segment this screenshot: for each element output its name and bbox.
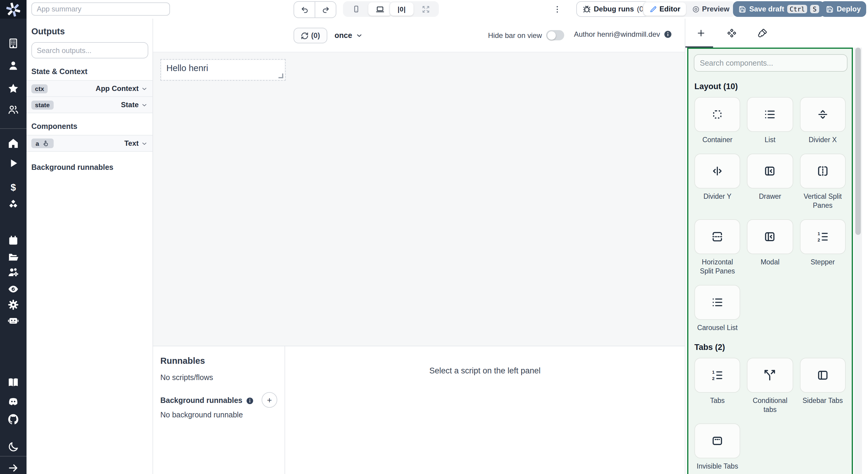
preview-label: Preview — [702, 5, 730, 13]
text-component-value: Hello henri — [166, 63, 208, 73]
tab-styling[interactable] — [747, 19, 778, 47]
canvas-grid[interactable]: Hello henri — [153, 52, 685, 346]
components-heading: Components — [31, 122, 148, 131]
component-card-divider-y[interactable]: Divider Y — [694, 154, 741, 210]
component-card-list[interactable]: List — [747, 97, 793, 144]
component-card-horizontal-split-panes[interactable]: Horizontal Split Panes — [694, 219, 741, 276]
component-card-label: Invisible Tabs — [694, 462, 741, 471]
tab-component-settings[interactable] — [716, 19, 747, 47]
component-card-invisible-tabs[interactable]: Invisible Tabs — [694, 423, 741, 471]
arrow-right-icon[interactable] — [7, 462, 19, 474]
user-icon[interactable] — [7, 60, 19, 72]
search-components-input[interactable] — [694, 54, 847, 72]
list-icon — [747, 97, 793, 132]
save-icon — [826, 5, 834, 13]
folder-icon[interactable] — [7, 251, 19, 263]
component-card-sidebar-tabs[interactable]: Sidebar Tabs — [800, 358, 846, 414]
chevron-down-icon[interactable] — [141, 101, 148, 108]
users-icon[interactable] — [7, 104, 19, 116]
background-runnables-empty: No background runnable — [160, 411, 277, 419]
eye-icon[interactable] — [7, 283, 19, 295]
discord-icon[interactable] — [7, 396, 19, 408]
plus-icon — [696, 28, 706, 38]
moon-icon[interactable] — [7, 441, 19, 453]
windmill-logo[interactable] — [0, 0, 27, 19]
center-align-button[interactable]: |0| — [390, 2, 413, 16]
search-outputs-input[interactable] — [31, 42, 148, 59]
chevron-down-icon[interactable] — [141, 140, 148, 147]
component-card-stepper[interactable]: Stepper — [800, 219, 846, 276]
component-card-label: List — [747, 136, 793, 144]
info-icon[interactable] — [664, 30, 672, 39]
dollar-icon[interactable] — [7, 181, 19, 193]
save-draft-button[interactable]: Save draft Ctrl S — [733, 1, 824, 17]
output-row-component-a[interactable]: a Text — [27, 135, 153, 152]
preview-tab[interactable]: Preview — [686, 2, 735, 16]
home-icon[interactable] — [7, 137, 19, 149]
component-card-tabs[interactable]: Tabs — [694, 358, 741, 414]
resize-handle[interactable] — [278, 73, 283, 78]
outputs-panel: Outputs State & Context ctx App Context … — [27, 19, 153, 474]
play-icon[interactable] — [7, 157, 19, 169]
component-card-container[interactable]: Container — [694, 97, 741, 144]
more-menu-button[interactable] — [552, 3, 562, 15]
component-a-type: Text — [124, 139, 138, 147]
modal-icon — [747, 219, 793, 254]
deploy-button[interactable]: Deploy — [820, 1, 866, 17]
app-editor-window: |0| Debug runs (0) Editor Preview Save d… — [0, 0, 868, 474]
component-a-badge[interactable]: a — [31, 138, 54, 148]
author-info: Author henri@windmill.dev — [574, 30, 672, 39]
redo-button[interactable] — [315, 2, 336, 18]
app-summary-input[interactable] — [31, 2, 170, 16]
debug-runs-label: Debug runs — [594, 5, 634, 13]
add-background-runnable-button[interactable]: + — [261, 392, 277, 408]
debug-runs-button[interactable]: Debug runs (0) — [576, 1, 652, 17]
component-section-title: Layout (10) — [694, 82, 846, 91]
mobile-icon — [352, 5, 360, 13]
tab-insert-component[interactable] — [685, 19, 716, 47]
component-card-carousel-list[interactable]: Carousel List — [694, 284, 741, 332]
runnables-empty: No scripts/flows — [160, 373, 277, 382]
drawer-icon — [747, 154, 793, 189]
undo-button[interactable] — [294, 2, 315, 18]
kbd-ctrl: Ctrl — [787, 5, 807, 13]
text-component-a[interactable]: Hello henri — [161, 60, 284, 79]
runnables-panel: Runnables No scripts/flows Background ru… — [153, 346, 685, 474]
fullwidth-button[interactable] — [414, 2, 438, 16]
ctx-label: App Context — [96, 84, 138, 93]
refresh-button[interactable]: (0) — [293, 28, 327, 43]
chevron-down-icon[interactable] — [141, 85, 148, 92]
book-icon[interactable] — [7, 376, 19, 388]
hide-bar-toggle[interactable] — [546, 30, 564, 40]
component-card-label: Tabs — [694, 396, 741, 405]
desktop-view-button[interactable] — [368, 2, 392, 16]
scrollbar-thumb[interactable] — [855, 47, 861, 235]
component-library-panel: Layout (10)ContainerListDivider XDivider… — [685, 19, 868, 474]
info-icon[interactable] — [246, 397, 254, 404]
building-icon[interactable] — [7, 37, 19, 49]
github-icon[interactable] — [7, 413, 19, 425]
component-card-divider-x[interactable]: Divider X — [800, 97, 846, 144]
output-row-state[interactable]: state State — [27, 96, 153, 113]
user-cog-icon[interactable] — [7, 266, 19, 278]
component-card-modal[interactable]: Modal — [747, 219, 793, 276]
container-icon — [694, 97, 741, 132]
author-label: Author henri@windmill.dev — [574, 30, 660, 39]
calendar-icon[interactable] — [7, 234, 19, 246]
boxes-icon[interactable] — [7, 198, 19, 210]
robot-icon[interactable] — [7, 314, 19, 327]
component-card-vertical-split-panes[interactable]: Vertical Split Panes — [800, 154, 846, 210]
component-card-conditional-tabs[interactable]: Conditional tabs — [747, 358, 793, 414]
script-editor-placeholder-text: Select a script on the left panel — [429, 366, 540, 375]
component-card-drawer[interactable]: Drawer — [747, 154, 793, 210]
component-card-label: Container — [694, 136, 741, 144]
output-row-ctx[interactable]: ctx App Context — [27, 80, 153, 96]
settings-icon[interactable] — [7, 299, 19, 311]
kebab-icon — [553, 4, 561, 13]
scrollbar[interactable] — [854, 47, 862, 474]
editor-tab[interactable]: Editor — [644, 2, 686, 16]
refresh-mode-dropdown[interactable]: once — [335, 28, 363, 43]
app-canvas: (0) once Hide bar on view Author henri@w… — [153, 19, 685, 474]
star-icon[interactable] — [7, 82, 19, 95]
mobile-view-button[interactable] — [344, 2, 368, 16]
